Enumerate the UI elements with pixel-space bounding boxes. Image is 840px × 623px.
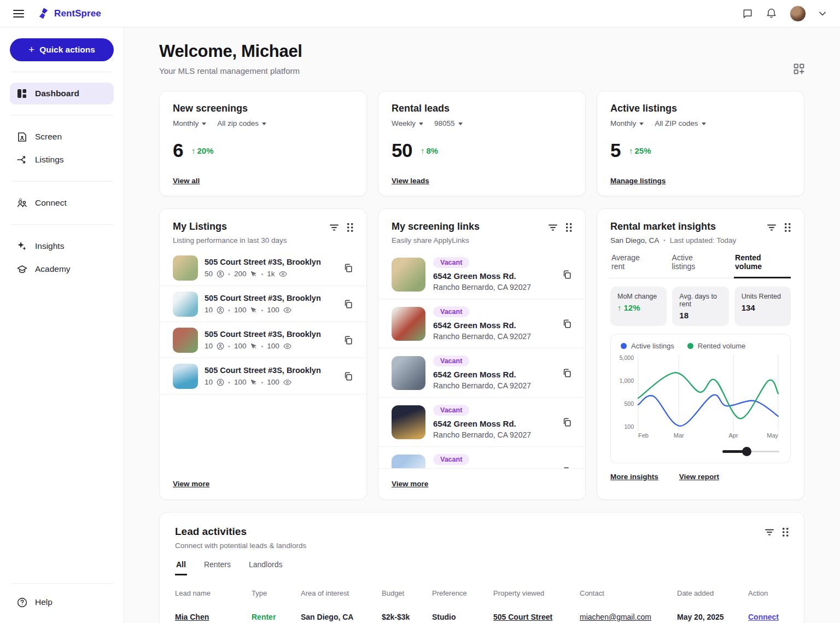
property-thumbnail: [392, 405, 425, 439]
screening-link-row[interactable]: Vacant 6542 Green Moss Rd. Rancho Bernar…: [378, 299, 585, 348]
sidebar-item-dashboard[interactable]: Dashboard: [10, 83, 114, 104]
copy-link-icon[interactable]: [343, 299, 353, 309]
drag-handle-icon[interactable]: [783, 528, 789, 537]
listing-row[interactable]: 505 Court Street #3S, Brooklyn 50 • 200 …: [160, 250, 366, 286]
views-eye-icon: [283, 379, 291, 386]
view-report-link[interactable]: View report: [679, 473, 719, 481]
copy-link-icon[interactable]: [562, 368, 572, 378]
divider: [11, 224, 113, 225]
filter-icon[interactable]: [330, 223, 339, 232]
leads-person-icon: [217, 342, 224, 350]
manage-listings-link[interactable]: Manage listings: [610, 177, 666, 185]
page-title: Welcome, Michael: [159, 42, 302, 61]
period-dropdown[interactable]: Weekly: [392, 119, 423, 127]
property-thumbnail: [392, 258, 425, 292]
view-more-link[interactable]: View more: [392, 480, 428, 488]
filter-icon[interactable]: [767, 223, 776, 232]
drag-handle-icon[interactable]: [785, 223, 791, 232]
leads-table: Lead name Type Area of interest Budget P…: [175, 585, 789, 623]
listing-stats: 10 • 100 • 100: [205, 306, 321, 314]
listing-address: 505 Court Street #3S, Brooklyn: [205, 330, 321, 339]
chart-range-slider[interactable]: [722, 446, 779, 456]
lead-contact-link[interactable]: miachen@gmail.com: [580, 602, 677, 623]
connect-action-link[interactable]: Connect: [748, 602, 790, 623]
legend-dot-green: [687, 343, 693, 349]
property-thumbnail: [392, 356, 425, 390]
copy-link-icon[interactable]: [343, 335, 353, 345]
zip-dropdown[interactable]: All zip codes: [217, 119, 266, 127]
add-widget-grid-plus-icon[interactable]: [794, 63, 804, 74]
sidebar-item-insights[interactable]: Insights: [10, 235, 114, 257]
chip-avg-days-to-rent: Avg. days to rent 18: [672, 287, 728, 326]
zip-dropdown[interactable]: All ZIP codes: [655, 119, 705, 127]
chart-panel: Active listings Rented volume FebMarAprM…: [610, 334, 791, 463]
tab-renters[interactable]: Renters: [203, 560, 232, 575]
period-dropdown[interactable]: Monthly: [610, 119, 644, 127]
screening-link-row[interactable]: Vacant 6542 Green Moss Rd. Rancho Bernar…: [378, 348, 585, 398]
property-address: 6542 Green Moss Rd.: [433, 419, 531, 428]
listing-row[interactable]: 505 Court Street #3S, Brooklyn 10 • 100 …: [160, 358, 366, 394]
tab-rented-volume[interactable]: Rented volume: [734, 253, 791, 278]
leads-table-header: Lead name Type Area of interest Budget P…: [175, 585, 789, 602]
listing-row[interactable]: 505 Court Street #3S, Brooklyn 10 • 100 …: [160, 286, 366, 322]
copy-link-icon[interactable]: [562, 417, 572, 427]
up-arrow-icon: ↑: [629, 146, 633, 155]
sidebar-item-listings[interactable]: Listings: [10, 149, 114, 171]
card-title: Lead activities: [175, 526, 306, 538]
screening-link-row[interactable]: Vacant 6542 Green Moss Rd. Rancho Bernar…: [378, 398, 585, 447]
sidebar-item-label: Insights: [35, 241, 64, 251]
tab-all[interactable]: All: [175, 560, 187, 575]
chevron-down-icon: [419, 123, 423, 125]
messages-icon[interactable]: [742, 8, 753, 19]
quick-actions-button[interactable]: + Quick actions: [10, 38, 114, 61]
leads-person-icon: [217, 270, 224, 278]
zip-dropdown[interactable]: 98055: [434, 119, 463, 127]
notifications-bell-icon[interactable]: [766, 8, 777, 19]
rentspree-logo[interactable]: RentSpree: [37, 7, 101, 20]
listing-stats: 10 • 100 • 100: [205, 378, 321, 386]
slider-knob[interactable]: [742, 447, 751, 456]
copy-link-icon[interactable]: [343, 371, 353, 381]
copy-link-icon[interactable]: [343, 263, 353, 273]
view-all-link[interactable]: View all: [173, 177, 200, 185]
sidebar-item-screen[interactable]: Screen: [10, 126, 114, 148]
tab-landlords[interactable]: Landlords: [248, 560, 284, 575]
brand-name: RentSpree: [54, 8, 101, 19]
listing-row[interactable]: 505 Court Street #3S, Brooklyn 10 • 100 …: [160, 322, 366, 358]
connect-people-icon: [16, 198, 27, 208]
drag-handle-icon[interactable]: [347, 223, 353, 232]
card-subtitle: Easily share ApplyLinks: [392, 236, 480, 244]
copy-link-icon[interactable]: [562, 319, 572, 329]
stat-delta: ↑25%: [629, 146, 651, 155]
drag-handle-icon[interactable]: [566, 223, 572, 232]
quick-actions-label: Quick actions: [39, 45, 95, 55]
tab-average-rent[interactable]: Average rent: [610, 253, 656, 278]
stat-card-title: Active listings: [610, 103, 791, 114]
account-chevron-down-icon[interactable]: [819, 11, 826, 16]
lead-area: San Diego, CA: [301, 602, 382, 623]
card-subtitle: Connect with potential leads & landlords: [175, 542, 306, 550]
sidebar-item-label: Dashboard: [35, 89, 79, 98]
chart-legend: Active listings Rented volume: [621, 342, 785, 350]
sidebar-item-academy[interactable]: Academy: [10, 258, 114, 280]
clicks-cursor-icon: [250, 306, 257, 313]
lead-name-link[interactable]: Mia Chen: [175, 602, 252, 623]
sidebar-item-connect[interactable]: Connect: [10, 192, 114, 214]
filter-icon[interactable]: [765, 528, 774, 537]
view-leads-link[interactable]: View leads: [392, 177, 429, 185]
copy-link-icon[interactable]: [562, 270, 572, 280]
screening-link-row[interactable]: Vacant 6542 Green Moss Rd. Rancho Bernar…: [378, 250, 585, 299]
sidebar-item-help[interactable]: Help: [10, 591, 114, 613]
hamburger-menu-icon[interactable]: [13, 9, 24, 18]
period-dropdown[interactable]: Monthly: [173, 119, 206, 127]
sidebar: + Quick actions Dashboard Screen Listing…: [0, 27, 124, 623]
property-address: 6542 Green Moss Rd.: [433, 271, 531, 281]
more-insights-link[interactable]: More insights: [610, 473, 658, 481]
filter-icon[interactable]: [549, 223, 557, 232]
property-viewed-link[interactable]: 505 Court Street: [493, 602, 580, 623]
avatar[interactable]: [790, 5, 806, 22]
tab-active-listings[interactable]: Active listings: [671, 253, 719, 278]
sidebar-item-label: Screen: [35, 132, 62, 142]
view-more-link[interactable]: View more: [173, 480, 209, 488]
chevron-down-icon: [702, 123, 706, 125]
